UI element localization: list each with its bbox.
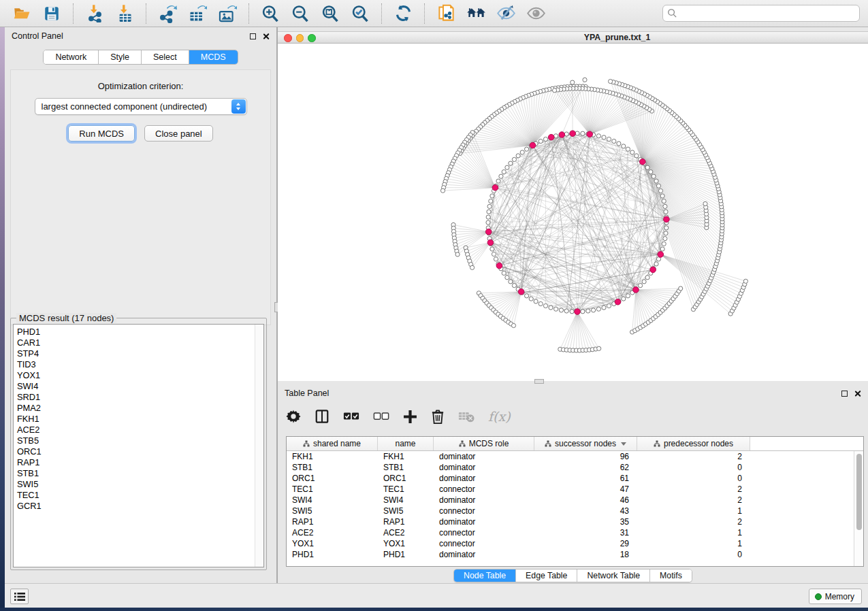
search-input[interactable] bbox=[680, 9, 855, 18]
close-panel-icon[interactable] bbox=[262, 33, 270, 40]
mcds-dominator-node[interactable] bbox=[548, 134, 554, 140]
column-header-predecessor-nodes[interactable]: predecessor nodes bbox=[637, 437, 750, 450]
mcds-result-item[interactable]: GCR1 bbox=[17, 501, 255, 512]
table-cell[interactable]: 43 bbox=[534, 506, 637, 516]
network-node[interactable] bbox=[664, 231, 668, 235]
export-network-icon[interactable] bbox=[157, 3, 178, 24]
table-cell[interactable]: 18 bbox=[534, 550, 637, 559]
network-node[interactable] bbox=[654, 179, 658, 183]
memory-button[interactable]: Memory bbox=[809, 589, 862, 604]
table-cell[interactable]: SWI5 bbox=[378, 506, 434, 516]
table-cell[interactable]: SWI5 bbox=[287, 506, 378, 516]
network-node[interactable] bbox=[543, 137, 547, 141]
hide-selected-icon[interactable] bbox=[496, 3, 516, 24]
network-node[interactable] bbox=[543, 303, 547, 308]
table-cell[interactable]: RAP1 bbox=[378, 517, 434, 527]
run-mcds-button[interactable]: Run MCDS bbox=[68, 125, 135, 142]
mcds-result-item[interactable]: PMA2 bbox=[17, 403, 255, 414]
column-header-name[interactable]: name bbox=[378, 437, 434, 450]
mcds-result-item[interactable]: ACE2 bbox=[17, 425, 255, 435]
table-cell[interactable]: ACE2 bbox=[378, 528, 434, 538]
network-node[interactable] bbox=[564, 132, 568, 136]
table-cell[interactable]: dominator bbox=[434, 452, 534, 461]
network-node[interactable] bbox=[549, 306, 553, 310]
mcds-result-item[interactable]: SWI5 bbox=[17, 479, 255, 490]
network-canvas[interactable] bbox=[278, 44, 868, 381]
add-column-icon[interactable] bbox=[403, 408, 417, 425]
network-node[interactable] bbox=[554, 307, 558, 311]
table-cell[interactable]: 31 bbox=[534, 528, 637, 538]
table-row[interactable]: ACE2ACE2connector311 bbox=[287, 527, 863, 538]
table-cell[interactable]: STB1 bbox=[378, 463, 434, 472]
network-node[interactable] bbox=[654, 262, 658, 266]
table-row[interactable]: RAP1RAP1dominator352 bbox=[287, 516, 863, 527]
mcds-dominator-node[interactable] bbox=[496, 263, 502, 269]
mcds-result-item[interactable]: FKH1 bbox=[17, 414, 255, 425]
first-neighbors-icon[interactable] bbox=[466, 3, 486, 24]
table-cell[interactable]: 0 bbox=[637, 474, 750, 483]
network-node[interactable] bbox=[490, 194, 494, 198]
network-node[interactable] bbox=[539, 301, 543, 306]
table-row[interactable]: PHD1PHD1dominator180 bbox=[287, 549, 863, 560]
network-node[interactable] bbox=[622, 144, 626, 148]
table-cell[interactable]: dominator bbox=[434, 474, 534, 483]
column-header-shared-name[interactable]: shared name bbox=[287, 437, 378, 450]
table-cell[interactable]: dominator bbox=[434, 517, 534, 527]
mcds-result-item[interactable]: STB5 bbox=[17, 435, 255, 446]
network-node[interactable] bbox=[509, 280, 513, 284]
delete-column-icon[interactable] bbox=[431, 408, 445, 425]
network-node[interactable] bbox=[660, 247, 664, 251]
network-node[interactable] bbox=[494, 257, 498, 261]
criterion-select[interactable]: largest connected component (undirected) bbox=[35, 98, 247, 115]
mcds-result-item[interactable]: STP4 bbox=[17, 348, 255, 359]
network-node[interactable] bbox=[660, 194, 664, 198]
table-cell[interactable]: dominator bbox=[434, 495, 534, 505]
table-scrollbar-thumb[interactable] bbox=[856, 454, 862, 530]
network-node[interactable] bbox=[525, 147, 529, 151]
network-node[interactable] bbox=[505, 276, 509, 280]
network-node[interactable] bbox=[658, 188, 662, 193]
network-node[interactable] bbox=[570, 80, 575, 84]
network-node[interactable] bbox=[662, 199, 666, 203]
table-cell[interactable]: dominator bbox=[434, 463, 534, 472]
network-node[interactable] bbox=[553, 88, 557, 93]
table-cell[interactable]: ACE2 bbox=[287, 528, 378, 538]
network-node[interactable] bbox=[607, 137, 611, 141]
import-network-icon[interactable] bbox=[84, 3, 105, 24]
mcds-result-item[interactable]: SWI4 bbox=[17, 381, 255, 392]
network-node[interactable] bbox=[664, 210, 668, 214]
tab-mcds[interactable]: MCDS bbox=[189, 50, 238, 64]
mcds-dominator-node[interactable] bbox=[487, 240, 494, 246]
table-cell[interactable]: 1 bbox=[637, 528, 750, 538]
table-scrollbar[interactable] bbox=[854, 451, 863, 566]
network-node[interactable] bbox=[564, 309, 568, 313]
table-cell[interactable]: SWI4 bbox=[287, 495, 378, 505]
table-row[interactable]: TEC1TEC1connector472 bbox=[287, 484, 863, 495]
table-row[interactable]: ORC1ORC1dominator610 bbox=[287, 473, 863, 484]
table-cell[interactable]: FKH1 bbox=[378, 452, 434, 461]
tab-select[interactable]: Select bbox=[142, 50, 189, 64]
network-node[interactable] bbox=[559, 308, 563, 312]
export-image-icon[interactable] bbox=[217, 3, 238, 24]
window-close-icon[interactable] bbox=[284, 34, 292, 42]
close-panel-button[interactable]: Close panel bbox=[144, 125, 213, 142]
network-node[interactable] bbox=[597, 346, 601, 350]
network-node[interactable] bbox=[502, 271, 506, 275]
table-cell[interactable]: YOX1 bbox=[287, 539, 378, 548]
network-node[interactable] bbox=[539, 139, 543, 143]
show-columns-icon[interactable] bbox=[315, 408, 329, 425]
table-row[interactable]: FKH1FKH1dominator962 bbox=[287, 451, 863, 462]
function-builder-icon[interactable]: f(x) bbox=[488, 408, 511, 425]
mcds-result-item[interactable]: PHD1 bbox=[17, 327, 255, 337]
table-row[interactable]: STB1STB1dominator620 bbox=[287, 462, 863, 473]
network-node[interactable] bbox=[512, 284, 516, 288]
mcds-result-item[interactable]: SRD1 bbox=[17, 392, 255, 403]
mcds-dominator-node[interactable] bbox=[633, 287, 639, 293]
mcds-dominator-node[interactable] bbox=[650, 267, 656, 273]
table-cell[interactable]: 61 bbox=[534, 474, 637, 483]
table-cell[interactable]: TEC1 bbox=[287, 484, 378, 494]
network-node[interactable] bbox=[505, 165, 509, 169]
table-row[interactable]: SWI5SWI5connector431 bbox=[287, 506, 863, 516]
tab-style[interactable]: Style bbox=[99, 50, 142, 64]
network-node[interactable] bbox=[645, 276, 649, 280]
